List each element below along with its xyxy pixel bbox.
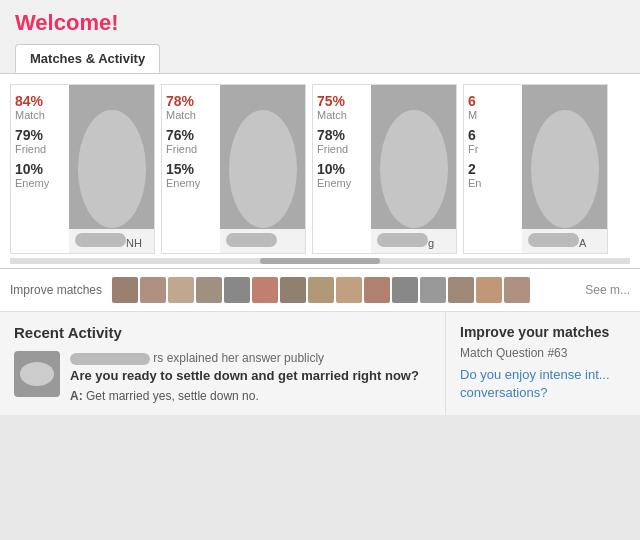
stat-friend: 76% Friend	[166, 127, 216, 155]
enemy-pct: 2	[468, 161, 518, 177]
match-photo	[220, 85, 305, 253]
match-stats: 78% Match 76% Friend 15% Enemy	[162, 85, 220, 253]
name-blur	[226, 233, 277, 247]
scrollbar-area[interactable]	[10, 258, 630, 264]
thumb-img[interactable]	[252, 277, 278, 303]
activity-headline: rs explained her answer publicly	[70, 351, 431, 365]
friend-pct: 78%	[317, 127, 367, 143]
stat-enemy: 15% Enemy	[166, 161, 216, 189]
photo-blur	[229, 110, 297, 228]
scrollbar-thumb	[260, 258, 380, 264]
activity-question: Are you ready to settle down and get mar…	[70, 368, 431, 385]
enemy-label: Enemy	[15, 177, 65, 189]
match-card[interactable]: 78% Match 76% Friend 15% Enemy	[161, 84, 306, 254]
thumb-img[interactable]	[168, 277, 194, 303]
thumb-img[interactable]	[448, 277, 474, 303]
thumb-img[interactable]	[196, 277, 222, 303]
avatar-blob	[20, 362, 54, 386]
match-label: Match	[166, 109, 216, 121]
match-name-area	[220, 229, 305, 253]
stat-match: 75% Match	[317, 93, 367, 121]
match-pct: 84%	[15, 93, 65, 109]
answer-label: A:	[70, 389, 83, 403]
improve-label: Improve matches	[10, 283, 102, 297]
enemy-pct: 10%	[317, 161, 367, 177]
stat-enemy: 10% Enemy	[15, 161, 65, 189]
activity-action-text: rs explained her answer publicly	[153, 351, 324, 365]
photo-blur	[78, 110, 146, 228]
thumb-img[interactable]	[420, 277, 446, 303]
stat-enemy: 10% Enemy	[317, 161, 367, 189]
friend-label: Friend	[15, 143, 65, 155]
stat-match: 6 M	[468, 93, 518, 121]
activity-section: Recent Activity rs explained her answer …	[0, 312, 445, 415]
match-label: M	[468, 109, 518, 121]
thumb-img[interactable]	[336, 277, 362, 303]
match-label: Match	[317, 109, 367, 121]
sidebar-link[interactable]: Do you enjoy intense int... conversation…	[460, 366, 626, 402]
name-blur	[528, 233, 579, 247]
friend-pct: 76%	[166, 127, 216, 143]
match-name-area: g	[371, 229, 456, 253]
photo-blur	[380, 110, 448, 228]
match-name-area: NH	[69, 229, 154, 253]
match-photo-img	[522, 85, 607, 253]
match-stats: 84% Match 79% Friend 10% Enemy	[11, 85, 69, 253]
stat-friend: 6 Fr	[468, 127, 518, 155]
friend-label: Friend	[166, 143, 216, 155]
match-label: Match	[15, 109, 65, 121]
activity-avatar	[14, 351, 60, 397]
match-cards: 84% Match 79% Friend 10% Enemy NH	[10, 84, 630, 254]
matches-section: 84% Match 79% Friend 10% Enemy NH	[0, 74, 640, 269]
match-card[interactable]: 6 M 6 Fr 2 En A	[463, 84, 608, 254]
activity-content: rs explained her answer publicly Are you…	[70, 351, 431, 403]
thumb-img[interactable]	[392, 277, 418, 303]
match-card[interactable]: 75% Match 78% Friend 10% Enemy g	[312, 84, 457, 254]
sidebar: Improve your matches Match Question #63 …	[445, 312, 640, 415]
tabs: Matches & Activity	[15, 44, 625, 73]
thumb-strip: Improve matches See m...	[0, 269, 640, 312]
thumb-img[interactable]	[112, 277, 138, 303]
match-photo: NH	[69, 85, 154, 253]
thumb-img[interactable]	[280, 277, 306, 303]
friend-pct: 79%	[15, 127, 65, 143]
thumb-img[interactable]	[364, 277, 390, 303]
activity-section-title: Recent Activity	[14, 324, 431, 341]
friend-pct: 6	[468, 127, 518, 143]
name-blur	[75, 233, 126, 247]
match-card[interactable]: 84% Match 79% Friend 10% Enemy NH	[10, 84, 155, 254]
match-stats: 75% Match 78% Friend 10% Enemy	[313, 85, 371, 253]
thumb-img[interactable]	[140, 277, 166, 303]
match-pct: 6	[468, 93, 518, 109]
match-photo-img	[220, 85, 305, 253]
match-photo-img	[371, 85, 456, 253]
enemy-label: Enemy	[166, 177, 216, 189]
thumb-images	[112, 277, 579, 303]
tab-matches-activity[interactable]: Matches & Activity	[15, 44, 160, 73]
header: Welcome! Matches & Activity	[0, 0, 640, 74]
sidebar-subtitle: Match Question #63	[460, 346, 626, 360]
thumb-img[interactable]	[224, 277, 250, 303]
answer-text: Get married yes, settle down no.	[86, 389, 259, 403]
match-pct: 75%	[317, 93, 367, 109]
match-name-area: A	[522, 229, 607, 253]
thumb-img[interactable]	[476, 277, 502, 303]
friend-label: Friend	[317, 143, 367, 155]
match-photo: g	[371, 85, 456, 253]
match-photo: A	[522, 85, 607, 253]
friend-label: Fr	[468, 143, 518, 155]
enemy-label: En	[468, 177, 518, 189]
stat-match: 78% Match	[166, 93, 216, 121]
thumb-img[interactable]	[308, 277, 334, 303]
stat-friend: 79% Friend	[15, 127, 65, 155]
thumb-img[interactable]	[504, 277, 530, 303]
activity-item: rs explained her answer publicly Are you…	[14, 351, 431, 403]
welcome-title: Welcome!	[15, 10, 625, 36]
see-more-label[interactable]: See m...	[585, 283, 630, 297]
activity-user-blur	[70, 353, 150, 365]
match-photo-img	[69, 85, 154, 253]
enemy-label: Enemy	[317, 177, 367, 189]
activity-answer: A: Get married yes, settle down no.	[70, 389, 431, 403]
stat-enemy: 2 En	[468, 161, 518, 189]
stat-friend: 78% Friend	[317, 127, 367, 155]
